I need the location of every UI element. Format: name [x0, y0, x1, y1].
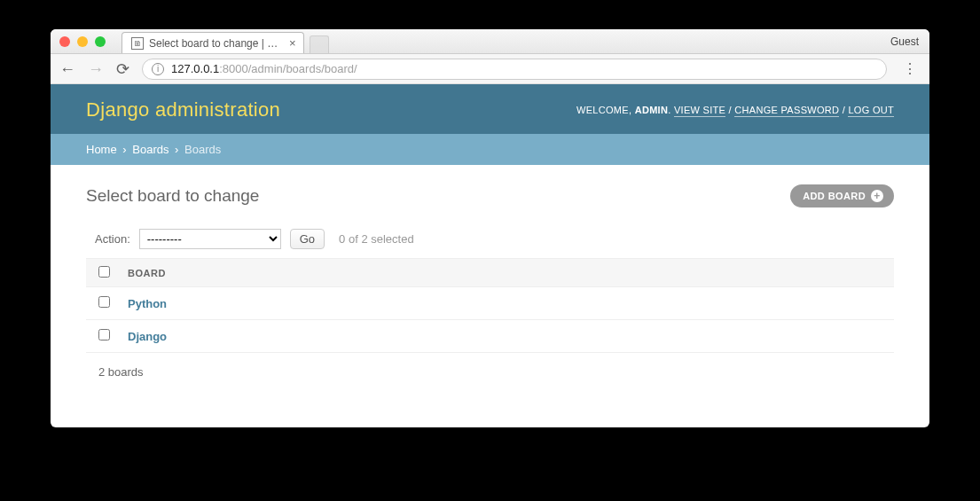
welcome-label: WELCOME,: [576, 105, 631, 115]
action-label: Action:: [95, 232, 130, 246]
content-header: Select board to change ADD BOARD +: [86, 184, 894, 207]
forward-button: →: [88, 61, 104, 77]
new-tab-button[interactable]: [310, 35, 329, 53]
browser-window: 🗎 Select board to change | Djang × Guest…: [51, 29, 929, 427]
logout-link[interactable]: LOG OUT: [848, 105, 894, 117]
row-checkbox[interactable]: [98, 329, 110, 341]
breadcrumb-home[interactable]: Home: [86, 143, 117, 156]
browser-menu-icon[interactable]: ⋮: [899, 60, 921, 77]
chevron-right-icon: ›: [122, 143, 126, 156]
tab-title: Select board to change | Djang: [149, 37, 282, 50]
board-link[interactable]: Django: [128, 330, 167, 343]
page-favicon-icon: 🗎: [131, 37, 144, 50]
chevron-right-icon: ›: [175, 143, 178, 156]
reload-button[interactable]: ⟳: [116, 61, 129, 77]
view-site-link[interactable]: VIEW SITE: [674, 105, 725, 117]
action-select[interactable]: ---------: [139, 229, 281, 249]
table-row: Python: [86, 287, 894, 320]
tab-strip: 🗎 Select board to change | Djang ×: [122, 29, 329, 53]
window-controls: [59, 36, 106, 47]
content-main: Select board to change ADD BOARD + Actio…: [51, 165, 929, 427]
site-info-icon[interactable]: i: [152, 63, 164, 75]
column-header-board[interactable]: BOARD: [119, 259, 894, 287]
close-window-icon[interactable]: [59, 36, 70, 47]
paginator: 2 boards: [86, 353, 894, 382]
site-title: Django administration: [86, 98, 280, 121]
user-tools: WELCOME, ADMIN. VIEW SITE / CHANGE PASSW…: [576, 105, 894, 115]
add-board-button[interactable]: ADD BOARD +: [790, 184, 894, 207]
admin-header: Django administration WELCOME, ADMIN. VI…: [51, 84, 929, 134]
select-all-header: [86, 259, 119, 287]
select-all-checkbox[interactable]: [98, 266, 110, 278]
back-button[interactable]: ←: [59, 61, 75, 77]
breadcrumb: Home › Boards › Boards: [51, 134, 929, 165]
zoom-window-icon[interactable]: [95, 36, 106, 47]
page-content: Django administration WELCOME, ADMIN. VI…: [51, 84, 929, 427]
selection-counter: 0 of 2 selected: [339, 232, 414, 246]
row-checkbox[interactable]: [98, 296, 110, 308]
plus-icon: +: [871, 190, 883, 202]
go-button[interactable]: Go: [290, 229, 325, 249]
change-password-link[interactable]: CHANGE PASSWORD: [734, 105, 839, 117]
changelist-table: BOARD Python Django: [86, 258, 894, 353]
breadcrumb-app[interactable]: Boards: [132, 143, 169, 156]
add-board-label: ADD BOARD: [803, 191, 866, 201]
browser-tab[interactable]: 🗎 Select board to change | Djang ×: [122, 32, 304, 53]
page-title: Select board to change: [86, 186, 259, 206]
browser-toolbar: ← → ⟳ i 127.0.0.1:8000/admin/boards/boar…: [51, 54, 929, 84]
close-tab-icon[interactable]: ×: [289, 36, 296, 50]
profile-label[interactable]: Guest: [890, 35, 919, 48]
breadcrumb-current: Boards: [184, 143, 221, 156]
minimize-window-icon[interactable]: [77, 36, 88, 47]
address-bar[interactable]: i 127.0.0.1:8000/admin/boards/board/: [142, 59, 887, 80]
username: ADMIN: [635, 105, 669, 115]
table-row: Django: [86, 320, 894, 353]
board-link[interactable]: Python: [128, 297, 167, 310]
action-bar: Action: --------- Go 0 of 2 selected: [95, 229, 885, 249]
url-text: 127.0.0.1:8000/admin/boards/board/: [171, 62, 357, 75]
titlebar: 🗎 Select board to change | Djang × Guest: [51, 29, 929, 54]
